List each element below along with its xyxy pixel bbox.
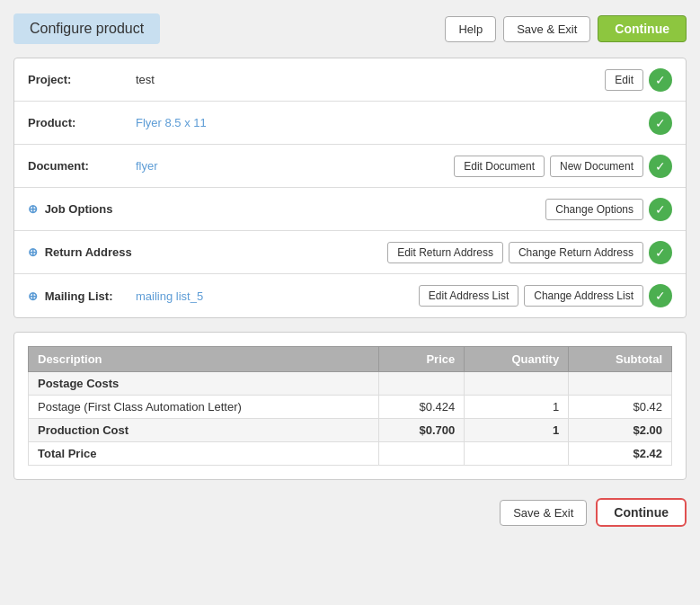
project-edit-button[interactable]: Edit bbox=[605, 69, 643, 91]
job-options-check-icon: ✓ bbox=[649, 198, 672, 221]
product-row: Product: Flyer 8.5 x 11 ✓ bbox=[14, 102, 686, 145]
configure-card: Project: test Edit ✓ Product: Flyer 8.5 … bbox=[13, 58, 687, 318]
save-exit-button-top[interactable]: Save & Exit bbox=[503, 16, 590, 42]
mailing-list-label: ⊕ Mailing List: bbox=[28, 289, 136, 303]
page-title: Configure product bbox=[13, 13, 160, 44]
product-value: Flyer 8.5 x 11 bbox=[136, 116, 649, 129]
postage-price: $0.424 bbox=[378, 396, 465, 419]
document-row: Document: flyer Edit Document New Docume… bbox=[14, 145, 686, 188]
return-address-check-icon: ✓ bbox=[649, 241, 672, 264]
change-return-address-button[interactable]: Change Return Address bbox=[509, 242, 643, 263]
new-document-button[interactable]: New Document bbox=[550, 156, 643, 177]
col-description: Description bbox=[29, 347, 379, 372]
project-actions: Edit ✓ bbox=[605, 68, 672, 92]
continue-button-bottom[interactable]: Continue bbox=[596, 498, 687, 527]
save-exit-button-bottom[interactable]: Save & Exit bbox=[500, 500, 587, 526]
job-options-label: ⊕ Job Options bbox=[28, 202, 136, 216]
postage-costs-label: Postage Costs bbox=[29, 372, 379, 396]
job-options-actions: Change Options ✓ bbox=[545, 198, 672, 221]
change-address-list-button[interactable]: Change Address List bbox=[524, 285, 643, 307]
document-label: Document: bbox=[28, 159, 136, 173]
postage-row: Postage (First Class Automation Letter) … bbox=[29, 396, 672, 419]
project-row: Project: test Edit ✓ bbox=[14, 58, 686, 102]
document-value: flyer bbox=[136, 159, 454, 173]
postage-subtotal: $0.42 bbox=[569, 396, 672, 419]
price-table: Description Price Quantity Subtotal Post… bbox=[28, 346, 672, 466]
mailing-list-value: mailing list_5 bbox=[136, 289, 419, 303]
project-label: Project: bbox=[28, 73, 136, 86]
production-cost-header-row: Production Cost $0.700 1 $2.00 bbox=[29, 419, 672, 442]
edit-document-button[interactable]: Edit Document bbox=[454, 156, 545, 177]
production-price: $0.700 bbox=[378, 419, 465, 442]
mailing-list-plus-icon: ⊕ bbox=[28, 289, 38, 303]
mailing-list-check-icon: ✓ bbox=[649, 284, 672, 307]
postage-costs-header-row: Postage Costs bbox=[29, 372, 672, 396]
price-table-wrapper: Description Price Quantity Subtotal Post… bbox=[13, 332, 687, 480]
project-value: test bbox=[136, 73, 605, 86]
document-actions: Edit Document New Document ✓ bbox=[454, 155, 672, 178]
return-address-row: ⊕ Return Address Edit Return Address Cha… bbox=[14, 231, 686, 274]
page-footer: Save & Exit Continue bbox=[13, 494, 687, 531]
product-label: Product: bbox=[28, 116, 136, 129]
col-subtotal: Subtotal bbox=[569, 347, 672, 372]
production-subtotal: $2.00 bbox=[569, 419, 672, 442]
return-address-plus-icon: ⊕ bbox=[28, 245, 38, 259]
col-quantity: Quantity bbox=[465, 347, 569, 372]
job-options-row: ⊕ Job Options Change Options ✓ bbox=[14, 188, 686, 231]
header-buttons: Help Save & Exit Continue bbox=[445, 15, 687, 42]
postage-quantity: 1 bbox=[465, 396, 569, 419]
mailing-list-actions: Edit Address List Change Address List ✓ bbox=[419, 284, 672, 307]
page-header: Configure product Help Save & Exit Conti… bbox=[13, 13, 687, 44]
document-check-icon: ✓ bbox=[649, 155, 672, 178]
postage-description: Postage (First Class Automation Letter) bbox=[29, 396, 379, 419]
production-cost-label: Production Cost bbox=[29, 419, 379, 442]
change-options-button[interactable]: Change Options bbox=[545, 199, 643, 220]
help-button[interactable]: Help bbox=[445, 16, 496, 42]
return-address-label: ⊕ Return Address bbox=[28, 245, 136, 259]
product-check-icon: ✓ bbox=[649, 111, 672, 135]
edit-address-list-button[interactable]: Edit Address List bbox=[419, 285, 518, 307]
continue-button-top[interactable]: Continue bbox=[598, 15, 687, 42]
total-label: Total Price bbox=[29, 442, 379, 466]
col-price: Price bbox=[378, 347, 465, 372]
product-actions: ✓ bbox=[649, 111, 672, 135]
production-quantity: 1 bbox=[465, 419, 569, 442]
total-subtotal: $2.42 bbox=[569, 442, 672, 466]
return-address-actions: Edit Return Address Change Return Addres… bbox=[387, 241, 672, 264]
mailing-list-row: ⊕ Mailing List: mailing list_5 Edit Addr… bbox=[14, 274, 686, 317]
job-options-plus-icon: ⊕ bbox=[28, 202, 38, 216]
edit-return-address-button[interactable]: Edit Return Address bbox=[387, 242, 503, 263]
project-check-icon: ✓ bbox=[649, 68, 672, 92]
total-row: Total Price $2.42 bbox=[29, 442, 672, 466]
